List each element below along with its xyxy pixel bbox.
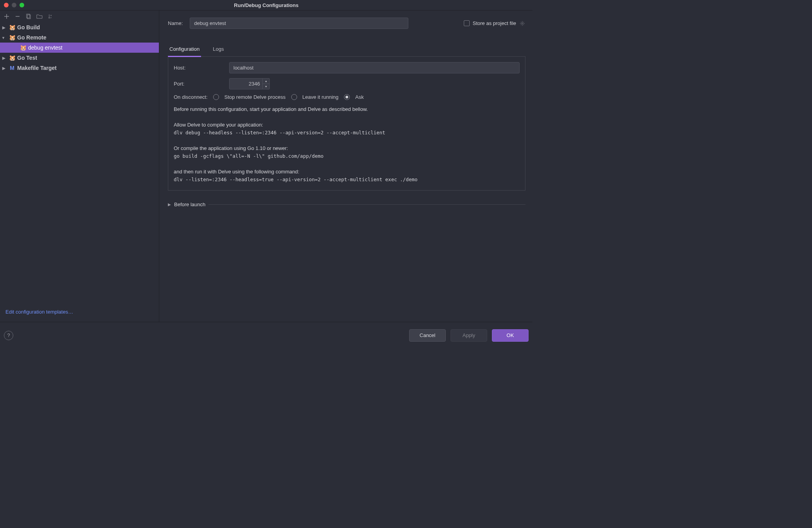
add-config-icon[interactable] — [3, 13, 10, 20]
port-input[interactable] — [229, 78, 263, 89]
help-button[interactable]: ? — [4, 331, 13, 340]
dialog-footer: ? Cancel Apply OK — [0, 322, 532, 348]
radio-leave-label: Leave it running — [303, 94, 339, 100]
divider — [208, 204, 525, 205]
radio-stop-label: Stop remote Delve process — [224, 94, 286, 100]
go-remote-icon: 🐹 — [20, 44, 27, 51]
go-remote-icon: 🐹 — [9, 34, 16, 41]
cancel-button[interactable]: Cancel — [409, 329, 446, 342]
chevron-down-icon: ▾ — [2, 36, 7, 40]
cmd2: go build -gcflags \"all=-N -l\" github.c… — [174, 152, 520, 160]
tree-label: Go Remote — [17, 34, 46, 41]
remove-config-icon[interactable] — [14, 13, 21, 20]
tree-label: Go Build — [17, 24, 40, 30]
name-input[interactable] — [190, 18, 408, 29]
maximize-window-icon[interactable] — [20, 3, 24, 7]
host-label: Host: — [174, 65, 224, 71]
titlebar: Run/Debug Configurations — [0, 0, 532, 10]
tree-label: Go Test — [17, 55, 37, 61]
then-line: and then run it with Delve using the fol… — [174, 168, 520, 176]
chevron-right-icon: ▶ — [2, 66, 7, 70]
port-label: Port: — [174, 81, 224, 87]
allow-line: Allow Delve to compile your application: — [174, 121, 520, 129]
before-launch-label: Before launch — [174, 202, 205, 207]
tab-logs[interactable]: Logs — [211, 43, 225, 56]
chevron-right-icon: ▶ — [168, 202, 171, 207]
tree-item-go-test[interactable]: ▶ 🐹 Go Test — [0, 53, 159, 63]
store-as-project-checkbox[interactable] — [464, 20, 470, 26]
window-controls — [4, 3, 24, 7]
config-editor: Name: Store as project file Configuratio… — [159, 11, 532, 322]
minimize-window-icon[interactable] — [12, 3, 16, 7]
chevron-right-icon: ▶ — [2, 25, 7, 30]
svg-point-4 — [522, 23, 523, 24]
go-build-icon: 🐹 — [9, 24, 16, 31]
radio-leave[interactable] — [291, 94, 297, 100]
tree-label: debug envtest — [28, 45, 62, 51]
name-label: Name: — [168, 20, 183, 26]
go-test-icon: 🐹 — [9, 54, 16, 61]
edit-templates-link[interactable]: Edit configuration templates… — [0, 309, 159, 322]
radio-ask-label: Ask — [355, 94, 364, 100]
chevron-right-icon: ▶ — [2, 56, 7, 60]
window-title: Run/Debug Configurations — [0, 2, 532, 8]
or-line: Or compile the application using Go 1.10… — [174, 144, 520, 152]
on-disconnect-row: On disconnect: Stop remote Delve process… — [174, 94, 520, 100]
configuration-panel: Host: Port: ▲ ▼ On disconnect: Stop remo… — [168, 57, 525, 191]
port-stepper[interactable]: ▲ ▼ — [263, 78, 270, 89]
cmd3: dlv --listen=:2346 --headless=true --api… — [174, 176, 520, 183]
tree-item-go-remote[interactable]: ▾ 🐹 Go Remote — [0, 32, 159, 43]
disconnect-label: On disconnect: — [174, 94, 208, 100]
tabs: Configuration Logs — [168, 43, 525, 57]
tree-item-go-build[interactable]: ▶ 🐹 Go Build — [0, 22, 159, 32]
sort-icon[interactable]: az — [47, 13, 54, 20]
copy-config-icon[interactable] — [25, 13, 32, 20]
folder-icon[interactable] — [36, 13, 43, 20]
tree-item-makefile[interactable]: ▶ M Makefile Target — [0, 63, 159, 73]
stepper-down-icon[interactable]: ▼ — [263, 84, 269, 89]
configurations-sidebar: az ▶ 🐹 Go Build ▾ 🐹 Go Remote 🐹 debug en… — [0, 11, 159, 322]
apply-button[interactable]: Apply — [451, 329, 487, 342]
tree-label: Makefile Target — [17, 65, 57, 71]
host-input[interactable] — [229, 62, 520, 73]
tab-configuration[interactable]: Configuration — [168, 43, 201, 57]
help-text: Before running this configuration, start… — [174, 105, 520, 183]
tree-item-debug-envtest[interactable]: 🐹 debug envtest — [0, 43, 159, 53]
sidebar-toolbar: az — [0, 11, 159, 22]
gear-icon[interactable] — [519, 20, 525, 27]
makefile-icon: M — [9, 64, 16, 71]
config-tree: ▶ 🐹 Go Build ▾ 🐹 Go Remote 🐹 debug envte… — [0, 22, 159, 309]
store-label: Store as project file — [473, 20, 516, 26]
radio-ask[interactable] — [344, 94, 350, 100]
cmd1: dlv debug --headless --listen=:2346 --ap… — [174, 129, 520, 136]
stepper-up-icon[interactable]: ▲ — [263, 78, 269, 84]
close-window-icon[interactable] — [4, 3, 9, 7]
ok-button[interactable]: OK — [492, 329, 529, 342]
svg-text:z: z — [50, 16, 52, 19]
help-line: Before running this configuration, start… — [174, 105, 520, 113]
before-launch-toggle[interactable]: ▶ Before launch — [168, 202, 525, 207]
radio-stop[interactable] — [213, 94, 219, 100]
